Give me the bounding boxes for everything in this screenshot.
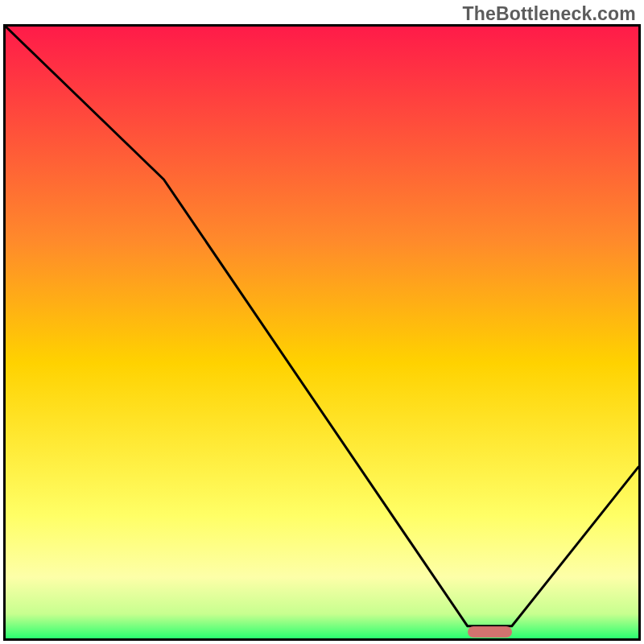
chart-overlay <box>6 27 638 638</box>
curve-line <box>6 27 638 626</box>
optimum-marker <box>468 626 512 638</box>
chart-stage: TheBottleneck.com <box>0 0 644 644</box>
chart-box <box>3 24 641 641</box>
watermark-text: TheBottleneck.com <box>462 3 636 25</box>
